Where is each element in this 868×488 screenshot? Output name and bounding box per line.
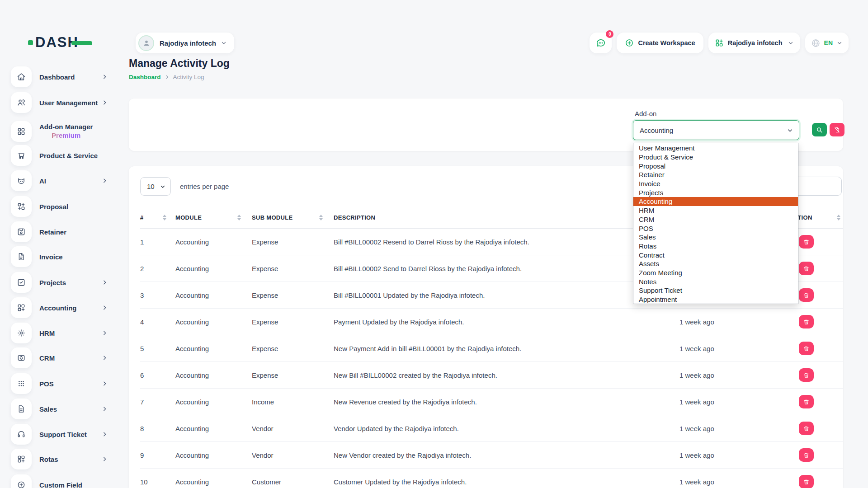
- chevron-down-icon: [787, 127, 793, 134]
- cart-icon: [11, 145, 32, 166]
- premium-badge: Premium: [39, 131, 93, 140]
- dropdown-option[interactable]: Retainer: [633, 170, 798, 179]
- dropdown-option[interactable]: Zoom Meeting: [633, 268, 798, 277]
- breadcrumb-dashboard-link[interactable]: Dashboard: [129, 74, 161, 80]
- delete-button[interactable]: [799, 262, 814, 275]
- logo-dash-icon: [71, 41, 92, 45]
- sidebar-item-retainer[interactable]: Retainer: [11, 221, 108, 242]
- proposal-icon: [11, 196, 32, 217]
- delete-button[interactable]: [799, 475, 814, 488]
- dropdown-option[interactable]: Sales: [633, 233, 798, 242]
- entries-per-page-select[interactable]: 10: [140, 177, 171, 196]
- delete-button[interactable]: [799, 368, 814, 382]
- sort-icon: [163, 215, 166, 221]
- app-logo[interactable]: DASH: [28, 34, 92, 51]
- table-row: 9 Accounting Vendor New Vendor created b…: [140, 442, 843, 469]
- table-row: 6 Accounting Expense New Bill #BILL00002…: [140, 362, 843, 389]
- sidebar-item-product-service[interactable]: Product & Service: [11, 145, 108, 166]
- sidebar-item-ai[interactable]: AI: [11, 170, 108, 191]
- sidebar-item-pos[interactable]: POS: [11, 373, 108, 394]
- plus-circle-icon: [625, 38, 634, 47]
- column-header-num[interactable]: #: [140, 214, 175, 221]
- dropdown-option[interactable]: Invoice: [633, 179, 798, 188]
- table-row: 10 Accounting Customer Customer Updated …: [140, 469, 843, 488]
- chevron-right-icon: [102, 305, 108, 311]
- dropdown-option[interactable]: Product & Service: [633, 153, 798, 162]
- dropdown-option[interactable]: Appointment: [633, 295, 798, 304]
- sidebar-item-sales[interactable]: Sales: [11, 399, 108, 419]
- sort-icon: [837, 215, 840, 221]
- dropdown-option[interactable]: Notes: [633, 277, 798, 286]
- globe-icon: [811, 38, 821, 48]
- delete-button[interactable]: [799, 235, 814, 249]
- delete-button[interactable]: [799, 448, 814, 462]
- messages-button[interactable]: 0: [590, 33, 612, 53]
- check-square-icon: [11, 272, 32, 293]
- chevron-right-icon: [102, 355, 108, 361]
- sort-icon: [237, 215, 241, 221]
- dropdown-option[interactable]: Rotas: [633, 242, 798, 251]
- dropdown-option[interactable]: CRM: [633, 215, 798, 224]
- company-selector[interactable]: Rajodiya infotech: [708, 33, 800, 53]
- dropdown-option[interactable]: User Management: [633, 144, 798, 153]
- sidebar-item-user-management[interactable]: User Management: [11, 92, 108, 113]
- save-icon: [11, 221, 32, 242]
- table-row: 7 Accounting Income New Revenue created …: [140, 389, 843, 415]
- ai-icon: [11, 170, 32, 191]
- column-header-sub-module[interactable]: SUB MODULE: [252, 214, 334, 221]
- delete-button[interactable]: [799, 342, 814, 355]
- sync-square-icon: [11, 347, 32, 368]
- delete-button[interactable]: [799, 422, 814, 435]
- addon-select[interactable]: Accounting: [633, 120, 799, 140]
- sidebar-item-custom-field[interactable]: Custom Field: [11, 474, 108, 488]
- delete-button[interactable]: [799, 288, 814, 302]
- language-selector[interactable]: EN: [805, 33, 849, 53]
- dropdown-option[interactable]: HRM: [633, 206, 798, 215]
- search-button[interactable]: [812, 123, 827, 136]
- dropdown-option[interactable]: Support Ticket: [633, 286, 798, 295]
- table-row: 8 Accounting Vendor Vendor Updated by th…: [140, 415, 843, 442]
- sidebar-item-rotas[interactable]: Rotas: [11, 449, 108, 469]
- chevron-right-icon: [102, 178, 108, 184]
- dropdown-option[interactable]: Proposal: [633, 161, 798, 170]
- chat-icon: [596, 38, 606, 48]
- breadcrumb: Dashboard Activity Log: [129, 74, 204, 80]
- sidebar-item-proposal[interactable]: Proposal: [11, 196, 108, 217]
- sidebar-item-invoice[interactable]: Invoice: [11, 246, 108, 267]
- sidebar-item-dashboard[interactable]: Dashboard: [11, 66, 108, 87]
- dropdown-option[interactable]: Accounting: [633, 197, 798, 206]
- column-header-module[interactable]: MODULE: [175, 214, 252, 221]
- sidebar-item-projects[interactable]: Projects: [11, 272, 108, 293]
- clear-filter-button[interactable]: [830, 123, 844, 136]
- create-workspace-button[interactable]: Create Workspace: [617, 33, 703, 53]
- delete-button[interactable]: [799, 395, 814, 408]
- sidebar-item-addon-manager[interactable]: Add-on Manager Premium: [11, 118, 108, 145]
- column-header-description[interactable]: DESCRIPTION: [334, 214, 679, 221]
- dropdown-option[interactable]: Projects: [633, 188, 798, 197]
- users-icon: [11, 92, 32, 113]
- sidebar-item-support-ticket[interactable]: Support Ticket: [11, 424, 108, 445]
- sidebar-item-accounting[interactable]: Accounting: [11, 297, 108, 318]
- chevron-right-icon: [102, 100, 108, 106]
- workspace-selector[interactable]: Rajodiya infotech: [136, 33, 234, 53]
- sidebar-item-crm[interactable]: CRM: [11, 347, 108, 368]
- dropdown-option[interactable]: POS: [633, 224, 798, 233]
- target-icon: [11, 323, 32, 343]
- entries-per-page-label: entries per page: [180, 183, 229, 190]
- chevron-down-icon: [788, 40, 794, 46]
- dropdown-option[interactable]: Assets: [633, 259, 798, 268]
- chevron-right-icon: [102, 330, 108, 336]
- headphones-icon: [11, 424, 32, 445]
- chevron-right-icon: [102, 381, 108, 387]
- sidebar-item-hrm[interactable]: HRM: [11, 323, 108, 343]
- grid-icon: [11, 121, 32, 142]
- home-icon: [11, 66, 32, 87]
- file-icon: [11, 399, 32, 419]
- sidebar: DASH Dashboard User Management Add-on Ma…: [0, 0, 118, 488]
- document-icon: [11, 246, 32, 267]
- chevron-down-icon: [160, 183, 166, 190]
- dropdown-option[interactable]: Contract: [633, 250, 798, 259]
- delete-button[interactable]: [799, 315, 814, 328]
- chevron-right-icon: [102, 280, 108, 286]
- plus-circle-icon: [11, 474, 32, 488]
